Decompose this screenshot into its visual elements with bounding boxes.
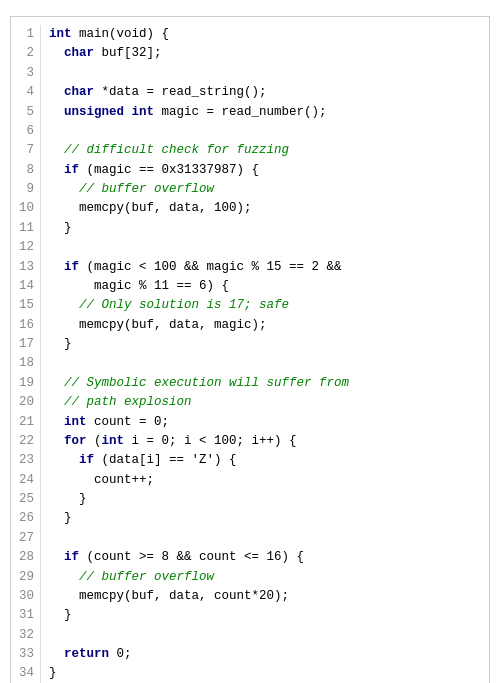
code-line: // path explosion [49, 393, 481, 412]
code-line [49, 354, 481, 373]
line-number: 29 [19, 568, 34, 587]
line-number: 21 [19, 413, 34, 432]
line-number: 7 [19, 141, 34, 160]
code-line: // difficult check for fuzzing [49, 141, 481, 160]
line-number: 26 [19, 509, 34, 528]
code-line: } [49, 509, 481, 528]
line-number: 11 [19, 219, 34, 238]
line-number: 31 [19, 606, 34, 625]
code-line: // Only solution is 17; safe [49, 296, 481, 315]
code-line: memcpy(buf, data, 100); [49, 199, 481, 218]
line-number: 22 [19, 432, 34, 451]
line-number: 3 [19, 64, 34, 83]
code-line: // Symbolic execution will suffer from [49, 374, 481, 393]
code-line: unsigned int magic = read_number(); [49, 103, 481, 122]
line-number: 27 [19, 529, 34, 548]
line-number: 9 [19, 180, 34, 199]
line-number: 12 [19, 238, 34, 257]
code-line: if (magic == 0x31337987) { [49, 161, 481, 180]
line-number: 17 [19, 335, 34, 354]
line-number: 30 [19, 587, 34, 606]
code-line: if (magic < 100 && magic % 15 == 2 && [49, 258, 481, 277]
line-number: 1 [19, 25, 34, 44]
code-line: int count = 0; [49, 413, 481, 432]
code-line: char *data = read_string(); [49, 83, 481, 102]
line-number: 33 [19, 645, 34, 664]
line-number: 2 [19, 44, 34, 63]
code-line [49, 238, 481, 257]
line-number: 13 [19, 258, 34, 277]
code-line: magic % 11 == 6) { [49, 277, 481, 296]
code-line: } [49, 664, 481, 683]
line-number: 14 [19, 277, 34, 296]
code-line: // buffer overflow [49, 568, 481, 587]
code-line [49, 529, 481, 548]
line-number: 34 [19, 664, 34, 683]
line-number: 16 [19, 316, 34, 335]
code-line: } [49, 490, 481, 509]
code-line [49, 122, 481, 141]
code-lines: int main(void) { char buf[32]; char *dat… [49, 25, 489, 683]
code-line: int main(void) { [49, 25, 481, 44]
line-number: 19 [19, 374, 34, 393]
code-line: memcpy(buf, data, count*20); [49, 587, 481, 606]
line-numbers: 1234567891011121314151617181920212223242… [11, 25, 41, 683]
line-number: 8 [19, 161, 34, 180]
code-line: // buffer overflow [49, 180, 481, 199]
line-number: 28 [19, 548, 34, 567]
code-line: } [49, 219, 481, 238]
code-line: memcpy(buf, data, magic); [49, 316, 481, 335]
line-number: 6 [19, 122, 34, 141]
code-line: if (count >= 8 && count <= 16) { [49, 548, 481, 567]
line-number: 4 [19, 83, 34, 102]
line-number: 32 [19, 626, 34, 645]
line-number: 20 [19, 393, 34, 412]
line-number: 23 [19, 451, 34, 470]
line-number: 5 [19, 103, 34, 122]
code-line: char buf[32]; [49, 44, 481, 63]
code-line: } [49, 335, 481, 354]
code-line: return 0; [49, 645, 481, 664]
code-line [49, 64, 481, 83]
line-number: 18 [19, 354, 34, 373]
line-number: 10 [19, 199, 34, 218]
code-area: 1234567891011121314151617181920212223242… [11, 17, 489, 683]
code-line: if (data[i] == 'Z') { [49, 451, 481, 470]
code-line: } [49, 606, 481, 625]
line-number: 25 [19, 490, 34, 509]
code-line: for (int i = 0; i < 100; i++) { [49, 432, 481, 451]
line-number: 24 [19, 471, 34, 490]
listing-container: 1234567891011121314151617181920212223242… [10, 16, 490, 683]
code-line [49, 626, 481, 645]
code-line: count++; [49, 471, 481, 490]
line-number: 15 [19, 296, 34, 315]
